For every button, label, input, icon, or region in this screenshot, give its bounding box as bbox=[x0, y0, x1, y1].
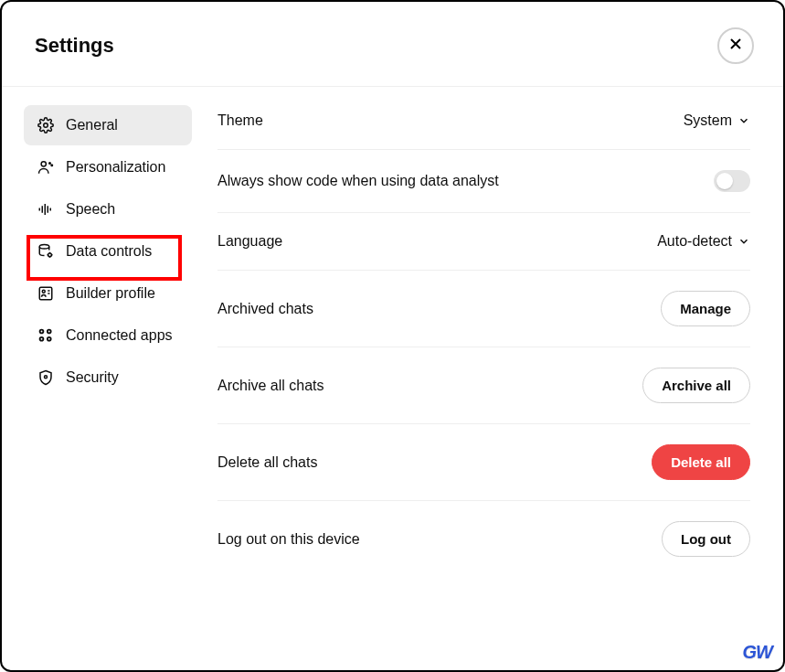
svg-point-9 bbox=[48, 330, 51, 334]
sidebar-item-label: Personalization bbox=[66, 159, 165, 176]
delete-all-label: Delete all chats bbox=[217, 454, 317, 471]
close-button[interactable] bbox=[717, 27, 754, 64]
sidebar-item-general[interactable]: General bbox=[24, 105, 192, 145]
always-code-label: Always show code when using data analyst bbox=[217, 173, 499, 189]
logout-label: Log out on this device bbox=[217, 531, 360, 548]
dialog-content: General Personalization Speech Data cont… bbox=[2, 87, 783, 577]
delete-all-row: Delete all chats Delete all bbox=[217, 424, 750, 501]
svg-point-1 bbox=[41, 162, 46, 166]
apps-icon bbox=[37, 326, 55, 345]
delete-all-button[interactable]: Delete all bbox=[652, 444, 750, 480]
dialog-header: Settings bbox=[2, 2, 783, 87]
sidebar-item-security[interactable]: Security bbox=[24, 357, 192, 398]
shield-icon bbox=[37, 368, 55, 387]
watermark: GW bbox=[743, 642, 772, 663]
archived-chats-label: Archived chats bbox=[217, 301, 313, 317]
database-icon bbox=[37, 242, 55, 261]
sidebar-item-builder-profile[interactable]: Builder profile bbox=[24, 273, 192, 314]
manage-archived-button[interactable]: Manage bbox=[661, 291, 750, 326]
sidebar-item-label: Data controls bbox=[66, 243, 152, 260]
settings-main: Theme System Always show code when using… bbox=[203, 105, 783, 577]
theme-label: Theme bbox=[217, 112, 263, 129]
svg-point-8 bbox=[40, 330, 44, 334]
sidebar-item-personalization[interactable]: Personalization bbox=[24, 147, 192, 187]
sidebar-item-label: General bbox=[66, 117, 118, 133]
language-label: Language bbox=[217, 233, 282, 250]
theme-value: System bbox=[684, 112, 732, 129]
language-dropdown[interactable]: Auto-detect bbox=[657, 233, 750, 250]
always-code-row: Always show code when using data analyst bbox=[217, 150, 750, 213]
archive-all-label: Archive all chats bbox=[217, 378, 324, 394]
svg-point-7 bbox=[42, 290, 45, 293]
sidebar-item-label: Speech bbox=[66, 201, 115, 218]
svg-point-2 bbox=[49, 163, 51, 165]
archive-all-row: Archive all chats Archive all bbox=[217, 347, 750, 424]
svg-point-0 bbox=[44, 123, 48, 128]
svg-point-3 bbox=[51, 165, 53, 166]
logout-button[interactable]: Log out bbox=[662, 521, 750, 557]
language-row: Language Auto-detect bbox=[217, 213, 750, 271]
svg-point-4 bbox=[39, 245, 49, 250]
page-title: Settings bbox=[35, 34, 114, 58]
sidebar-item-label: Builder profile bbox=[66, 285, 155, 302]
sidebar-item-label: Connected apps bbox=[66, 327, 173, 344]
theme-dropdown[interactable]: System bbox=[684, 112, 750, 129]
language-value: Auto-detect bbox=[657, 233, 732, 250]
chevron-down-icon bbox=[737, 114, 750, 127]
svg-point-5 bbox=[48, 253, 52, 257]
person-icon bbox=[37, 158, 55, 176]
archived-chats-row: Archived chats Manage bbox=[217, 271, 750, 347]
sidebar-item-connected-apps[interactable]: Connected apps bbox=[24, 315, 192, 356]
close-icon bbox=[728, 37, 743, 56]
svg-point-11 bbox=[48, 337, 51, 341]
profile-card-icon bbox=[37, 284, 55, 303]
logout-row: Log out on this device Log out bbox=[217, 501, 750, 577]
chevron-down-icon bbox=[737, 235, 750, 248]
sidebar-item-label: Security bbox=[66, 369, 119, 386]
svg-rect-6 bbox=[39, 287, 52, 300]
sidebar-item-speech[interactable]: Speech bbox=[24, 189, 192, 229]
speech-icon bbox=[37, 200, 55, 219]
sidebar-item-data-controls[interactable]: Data controls bbox=[24, 231, 192, 272]
gear-icon bbox=[37, 116, 55, 134]
archive-all-button[interactable]: Archive all bbox=[642, 368, 750, 403]
svg-point-12 bbox=[45, 376, 48, 379]
always-code-toggle[interactable] bbox=[714, 170, 750, 192]
theme-row: Theme System bbox=[217, 105, 750, 150]
svg-point-10 bbox=[40, 337, 44, 341]
sidebar: General Personalization Speech Data cont… bbox=[2, 105, 203, 577]
